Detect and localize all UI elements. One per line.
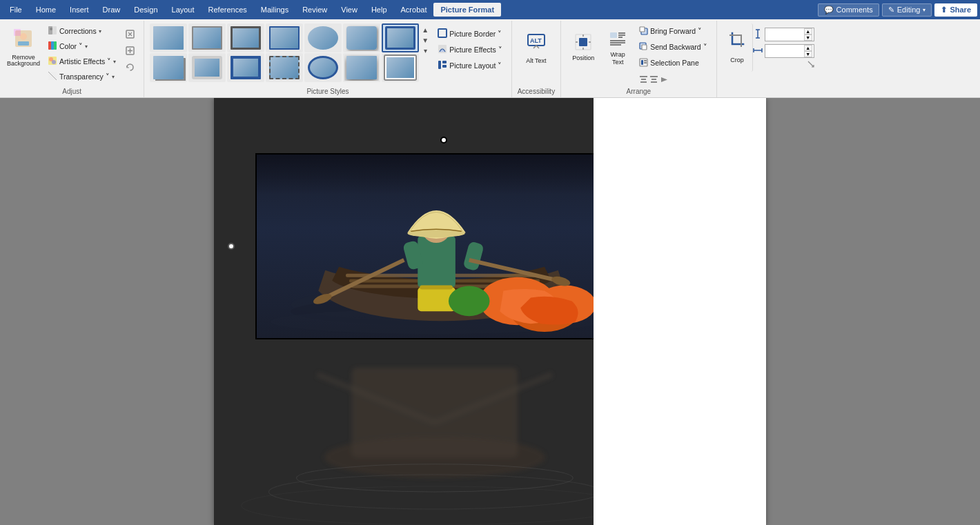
crop-handle-top-middle[interactable] bbox=[438, 153, 450, 157]
crop-handle-bottom-left[interactable] bbox=[255, 334, 261, 339]
gallery-arrow-down[interactable]: ▼ bbox=[420, 35, 430, 45]
share-button[interactable]: ⬆ Share bbox=[934, 3, 977, 17]
gallery-item-4[interactable] bbox=[266, 23, 303, 52]
selection-pane-button[interactable]: Selection Pane bbox=[636, 55, 710, 70]
tab-review[interactable]: Review bbox=[295, 3, 334, 17]
tab-draw[interactable]: Draw bbox=[96, 3, 128, 17]
compress-pictures-button[interactable] bbox=[122, 26, 138, 41]
tab-picture-format[interactable]: Picture Format bbox=[433, 3, 501, 17]
svg-rect-3 bbox=[14, 29, 21, 36]
gallery-item-6[interactable] bbox=[343, 23, 380, 52]
crop-button[interactable]: Crop bbox=[723, 23, 753, 72]
wrap-text-icon bbox=[609, 30, 627, 50]
wrap-text-button[interactable]: WrapText bbox=[601, 23, 634, 70]
gallery-item-7[interactable] bbox=[382, 23, 419, 52]
ribbon-group-accessibility: ALT Alt Text Accessibility bbox=[512, 21, 561, 97]
tab-insert[interactable]: Insert bbox=[63, 3, 96, 17]
tab-help[interactable]: Help bbox=[364, 3, 394, 17]
transparency-button[interactable]: Transparency ˅ ▾ bbox=[44, 69, 119, 84]
rotation-handle[interactable] bbox=[440, 137, 447, 143]
gallery-item-1[interactable] bbox=[150, 23, 187, 52]
selection-pane-icon bbox=[639, 58, 648, 68]
svg-rect-5 bbox=[48, 26, 52, 34]
color-button[interactable]: Color ˅ ▾ bbox=[44, 39, 119, 54]
width-spin-down[interactable]: ▼ bbox=[804, 51, 812, 57]
gallery-item-9[interactable] bbox=[188, 53, 226, 82]
svg-rect-40 bbox=[651, 79, 656, 80]
gallery-item-13[interactable] bbox=[343, 53, 380, 82]
position-icon bbox=[574, 33, 592, 53]
gallery-arrow-up[interactable]: ▲ bbox=[420, 25, 430, 34]
send-backward-button[interactable]: Send Backward ˅ bbox=[636, 39, 710, 55]
artistic-effects-button[interactable]: Artistic Effects ˅ ▾ bbox=[44, 54, 119, 69]
gallery-item-10[interactable] bbox=[227, 53, 264, 82]
adjust-col: Corrections ▾ Color ˅ ▾ bbox=[44, 23, 119, 84]
corrections-caret-icon: ▾ bbox=[99, 28, 101, 34]
arrange-col-2: WrapText bbox=[601, 23, 634, 70]
height-input-box: 6,61 cm ▲ ▼ bbox=[765, 28, 814, 41]
width-input[interactable]: 13,15 cm bbox=[767, 47, 801, 55]
svg-point-73 bbox=[449, 286, 490, 317]
height-spin-up[interactable]: ▲ bbox=[804, 28, 812, 34]
size-dialog-launcher[interactable] bbox=[753, 61, 814, 68]
selected-image[interactable] bbox=[255, 153, 631, 339]
height-spin-down[interactable]: ▼ bbox=[804, 34, 812, 41]
crop-handle-top-left[interactable] bbox=[255, 153, 261, 159]
svg-rect-8 bbox=[48, 41, 51, 50]
ribbon-group-adjust: RemoveBackground Corrections ▾ bbox=[0, 21, 144, 97]
align-button[interactable] bbox=[636, 71, 710, 86]
arrange-col-3: Bring Forward ˅ Send Backward ˅ Selectio… bbox=[636, 23, 710, 86]
picture-border-button[interactable]: Picture Border ˅ bbox=[434, 26, 505, 41]
adjust-group-content: RemoveBackground Corrections ▾ bbox=[6, 23, 138, 86]
position-button[interactable]: Position bbox=[567, 23, 600, 70]
reset-picture-button[interactable] bbox=[122, 59, 138, 75]
bring-forward-button[interactable]: Bring Forward ˅ bbox=[636, 23, 710, 39]
gallery-item-3[interactable] bbox=[227, 23, 264, 52]
editing-button[interactable]: ✎ Editing ▾ bbox=[882, 3, 932, 17]
crop-handle-bottom-middle[interactable] bbox=[438, 335, 450, 339]
tab-acrobat[interactable]: Acrobat bbox=[394, 3, 434, 17]
ribbon-group-picture-styles: ▲ ▼ ▾ Picture Border ˅ Picture Effects ˅ bbox=[144, 21, 511, 97]
picture-layout-button[interactable]: Picture Layout ˅ bbox=[434, 58, 505, 73]
alt-text-button[interactable]: ALT Alt Text bbox=[518, 23, 554, 72]
ribbon-group-size: Crop 6,61 cm ▲ ▼ 1 bbox=[717, 21, 820, 97]
gallery-arrow-more[interactable]: ▾ bbox=[420, 46, 430, 55]
corrections-button[interactable]: Corrections ▾ bbox=[44, 23, 119, 39]
selected-image-container[interactable] bbox=[255, 153, 631, 339]
picture-effects-icon bbox=[438, 44, 447, 55]
svg-rect-26 bbox=[579, 38, 587, 46]
gallery-item-12[interactable] bbox=[304, 53, 342, 82]
tab-mailings[interactable]: Mailings bbox=[254, 3, 295, 17]
height-input[interactable]: 6,61 cm bbox=[767, 30, 801, 39]
remove-background-label: RemoveBackground bbox=[7, 55, 40, 68]
picture-effects-button[interactable]: Picture Effects ˅ bbox=[434, 42, 505, 57]
comment-icon: 💬 bbox=[824, 6, 834, 14]
adjust-label: Adjust bbox=[6, 86, 138, 97]
arrange-label: Arrange bbox=[567, 86, 710, 97]
tab-design[interactable]: Design bbox=[127, 3, 164, 17]
tab-file[interactable]: File bbox=[3, 3, 29, 17]
tab-view[interactable]: View bbox=[334, 3, 364, 17]
gallery-item-14[interactable] bbox=[382, 53, 419, 82]
tab-home[interactable]: Home bbox=[29, 3, 63, 17]
remove-background-icon bbox=[14, 29, 33, 53]
gallery-item-11[interactable] bbox=[266, 53, 303, 82]
change-picture-button[interactable] bbox=[122, 43, 138, 58]
remove-background-button[interactable]: RemoveBackground bbox=[6, 23, 41, 72]
comments-button[interactable]: 💬 Comments bbox=[818, 3, 879, 17]
height-spin: ▲ ▼ bbox=[804, 28, 812, 41]
tab-layout[interactable]: Layout bbox=[165, 3, 202, 17]
adjust-extras-col bbox=[122, 26, 138, 75]
gallery-item-5[interactable] bbox=[304, 23, 342, 52]
white-page-area bbox=[594, 98, 766, 525]
tab-references[interactable]: References bbox=[202, 3, 254, 17]
resize-handle-left[interactable] bbox=[228, 243, 235, 250]
crop-handle-middle-left[interactable] bbox=[255, 240, 259, 252]
picture-styles-label: Picture Styles bbox=[150, 86, 505, 97]
svg-rect-2 bbox=[18, 41, 29, 46]
gallery-item-2[interactable] bbox=[188, 23, 226, 52]
width-spin-up[interactable]: ▲ bbox=[804, 45, 812, 51]
gallery-item-8[interactable] bbox=[150, 53, 187, 82]
svg-point-1 bbox=[20, 33, 27, 40]
color-caret-icon: ▾ bbox=[85, 43, 88, 50]
